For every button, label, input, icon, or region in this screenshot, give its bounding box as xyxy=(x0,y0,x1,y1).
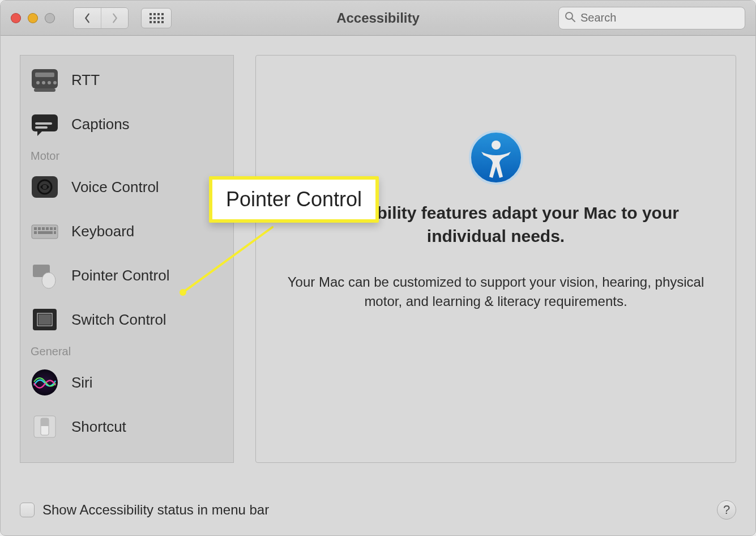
sidebar-item-label: Captions xyxy=(71,116,130,133)
sidebar-item-label: Pointer Control xyxy=(71,267,169,284)
svg-point-7 xyxy=(53,81,57,84)
svg-rect-2 xyxy=(32,69,58,88)
svg-point-0 xyxy=(566,12,573,19)
window-controls xyxy=(11,13,55,23)
pointer-control-icon xyxy=(31,261,59,290)
sidebar-item-label: Voice Control xyxy=(71,178,159,196)
svg-rect-23 xyxy=(38,231,53,234)
bottom-bar: Show Accessibility status in menu bar ? xyxy=(20,500,736,520)
svg-rect-28 xyxy=(39,314,51,325)
forward-button[interactable] xyxy=(101,8,128,28)
svg-rect-18 xyxy=(42,227,45,230)
svg-rect-24 xyxy=(54,231,56,234)
svg-point-4 xyxy=(36,81,40,84)
sidebar-item-label: Siri xyxy=(71,374,93,392)
show-all-button[interactable] xyxy=(141,8,172,28)
voice-control-icon xyxy=(31,173,59,201)
sidebar-section-general: General xyxy=(20,342,233,360)
svg-rect-3 xyxy=(35,73,54,77)
sidebar-item-label: Keyboard xyxy=(71,223,134,240)
svg-rect-17 xyxy=(38,227,41,230)
search-field[interactable] xyxy=(558,7,745,29)
svg-rect-33 xyxy=(41,418,49,426)
minimize-window-button[interactable] xyxy=(28,13,38,23)
siri-icon xyxy=(31,368,59,397)
help-button[interactable]: ? xyxy=(717,500,736,520)
zoom-window-button[interactable] xyxy=(45,13,55,23)
overview-headline: Accessibility features adapt your Mac to… xyxy=(292,202,700,248)
search-input[interactable] xyxy=(580,11,739,24)
accessibility-icon xyxy=(468,129,524,188)
titlebar: Accessibility xyxy=(1,1,755,36)
keyboard-icon xyxy=(31,217,59,245)
back-button[interactable] xyxy=(74,8,101,28)
svg-point-26 xyxy=(42,273,55,288)
shortcut-icon xyxy=(31,412,59,441)
grid-icon xyxy=(150,13,164,23)
status-menu-bar-checkbox[interactable] xyxy=(20,503,35,517)
svg-rect-11 xyxy=(35,126,48,129)
overview-subline: Your Mac can be customized to support yo… xyxy=(287,273,706,310)
system-preferences-window: Accessibility xyxy=(0,0,756,536)
sidebar-section-motor: Motor xyxy=(20,146,233,165)
svg-rect-20 xyxy=(50,227,53,230)
nav-back-forward xyxy=(73,7,129,29)
svg-rect-10 xyxy=(35,122,52,125)
status-menu-bar-option[interactable]: Show Accessibility status in menu bar xyxy=(20,502,269,518)
svg-point-14 xyxy=(42,185,47,189)
content-area: RTT Captions Motor xyxy=(1,36,755,535)
sidebar-item-voice-control[interactable]: Voice Control xyxy=(20,165,233,209)
svg-rect-22 xyxy=(34,231,37,234)
sidebar-item-shortcut[interactable]: Shortcut xyxy=(20,405,233,449)
help-icon: ? xyxy=(723,503,730,517)
sidebar-item-captions[interactable]: Captions xyxy=(20,102,233,146)
svg-rect-21 xyxy=(54,227,56,230)
sidebar-item-keyboard[interactable]: Keyboard xyxy=(20,209,233,253)
svg-line-1 xyxy=(572,19,575,22)
sidebar-item-rtt[interactable]: RTT xyxy=(20,58,233,102)
svg-point-5 xyxy=(42,81,45,84)
switch-control-icon xyxy=(31,305,59,334)
search-icon xyxy=(565,11,576,25)
sidebar-item-label: RTT xyxy=(71,71,100,89)
svg-point-6 xyxy=(48,81,51,84)
sidebar-item-pointer-control[interactable]: Pointer Control xyxy=(20,253,233,297)
svg-rect-16 xyxy=(34,227,37,230)
captions-icon xyxy=(31,110,59,138)
rtt-icon xyxy=(31,66,59,94)
accessibility-sidebar: RTT Captions Motor xyxy=(20,55,234,463)
svg-point-36 xyxy=(492,141,501,150)
sidebar-item-siri[interactable]: Siri xyxy=(20,360,233,405)
svg-rect-19 xyxy=(46,227,49,230)
close-window-button[interactable] xyxy=(11,13,21,23)
svg-rect-8 xyxy=(34,88,55,92)
status-menu-bar-label: Show Accessibility status in menu bar xyxy=(42,502,269,518)
sidebar-item-label: Switch Control xyxy=(71,311,166,329)
accessibility-overview-pane: Accessibility features adapt your Mac to… xyxy=(255,55,736,463)
sidebar-item-switch-control[interactable]: Switch Control xyxy=(20,297,233,342)
sidebar-item-label: Shortcut xyxy=(71,418,126,436)
